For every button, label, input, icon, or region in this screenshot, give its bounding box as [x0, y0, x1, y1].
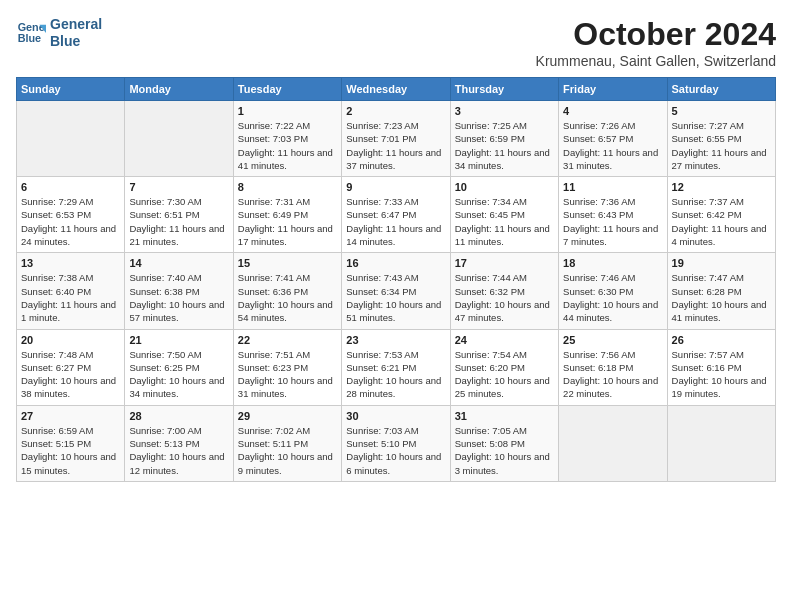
calendar-cell: 19Sunrise: 7:47 AM Sunset: 6:28 PM Dayli…	[667, 253, 775, 329]
calendar-cell: 9Sunrise: 7:33 AM Sunset: 6:47 PM Daylig…	[342, 177, 450, 253]
calendar-table: SundayMondayTuesdayWednesdayThursdayFrid…	[16, 77, 776, 482]
day-number: 24	[455, 334, 554, 346]
calendar-cell: 2Sunrise: 7:23 AM Sunset: 7:01 PM Daylig…	[342, 101, 450, 177]
day-number: 2	[346, 105, 445, 117]
weekday-header-row: SundayMondayTuesdayWednesdayThursdayFrid…	[17, 78, 776, 101]
day-number: 10	[455, 181, 554, 193]
calendar-cell	[667, 405, 775, 481]
day-info: Sunrise: 7:05 AM Sunset: 5:08 PM Dayligh…	[455, 424, 554, 477]
day-number: 29	[238, 410, 337, 422]
day-info: Sunrise: 7:44 AM Sunset: 6:32 PM Dayligh…	[455, 271, 554, 324]
day-number: 15	[238, 257, 337, 269]
calendar-cell: 6Sunrise: 7:29 AM Sunset: 6:53 PM Daylig…	[17, 177, 125, 253]
day-info: Sunrise: 7:23 AM Sunset: 7:01 PM Dayligh…	[346, 119, 445, 172]
day-number: 4	[563, 105, 662, 117]
day-number: 11	[563, 181, 662, 193]
day-number: 14	[129, 257, 228, 269]
day-info: Sunrise: 7:47 AM Sunset: 6:28 PM Dayligh…	[672, 271, 771, 324]
day-info: Sunrise: 7:56 AM Sunset: 6:18 PM Dayligh…	[563, 348, 662, 401]
calendar-cell: 28Sunrise: 7:00 AM Sunset: 5:13 PM Dayli…	[125, 405, 233, 481]
calendar-row: 13Sunrise: 7:38 AM Sunset: 6:40 PM Dayli…	[17, 253, 776, 329]
day-number: 17	[455, 257, 554, 269]
calendar-row: 1Sunrise: 7:22 AM Sunset: 7:03 PM Daylig…	[17, 101, 776, 177]
title-block: October 2024 Krummenau, Saint Gallen, Sw…	[536, 16, 776, 69]
location-title: Krummenau, Saint Gallen, Switzerland	[536, 53, 776, 69]
weekday-header-cell: Sunday	[17, 78, 125, 101]
day-number: 27	[21, 410, 120, 422]
weekday-header-cell: Thursday	[450, 78, 558, 101]
weekday-header-cell: Tuesday	[233, 78, 341, 101]
calendar-cell: 1Sunrise: 7:22 AM Sunset: 7:03 PM Daylig…	[233, 101, 341, 177]
calendar-row: 20Sunrise: 7:48 AM Sunset: 6:27 PM Dayli…	[17, 329, 776, 405]
calendar-cell	[17, 101, 125, 177]
day-info: Sunrise: 7:53 AM Sunset: 6:21 PM Dayligh…	[346, 348, 445, 401]
day-number: 16	[346, 257, 445, 269]
day-info: Sunrise: 7:43 AM Sunset: 6:34 PM Dayligh…	[346, 271, 445, 324]
logo-icon: General Blue	[16, 18, 46, 48]
calendar-cell: 17Sunrise: 7:44 AM Sunset: 6:32 PM Dayli…	[450, 253, 558, 329]
logo: General Blue General Blue	[16, 16, 102, 50]
calendar-cell: 4Sunrise: 7:26 AM Sunset: 6:57 PM Daylig…	[559, 101, 667, 177]
day-number: 13	[21, 257, 120, 269]
day-info: Sunrise: 7:26 AM Sunset: 6:57 PM Dayligh…	[563, 119, 662, 172]
day-number: 12	[672, 181, 771, 193]
calendar-cell: 26Sunrise: 7:57 AM Sunset: 6:16 PM Dayli…	[667, 329, 775, 405]
calendar-cell: 8Sunrise: 7:31 AM Sunset: 6:49 PM Daylig…	[233, 177, 341, 253]
day-info: Sunrise: 7:29 AM Sunset: 6:53 PM Dayligh…	[21, 195, 120, 248]
day-number: 22	[238, 334, 337, 346]
day-number: 30	[346, 410, 445, 422]
day-number: 25	[563, 334, 662, 346]
calendar-cell: 25Sunrise: 7:56 AM Sunset: 6:18 PM Dayli…	[559, 329, 667, 405]
calendar-cell: 10Sunrise: 7:34 AM Sunset: 6:45 PM Dayli…	[450, 177, 558, 253]
day-info: Sunrise: 7:31 AM Sunset: 6:49 PM Dayligh…	[238, 195, 337, 248]
day-number: 19	[672, 257, 771, 269]
page-header: General Blue General Blue October 2024 K…	[16, 16, 776, 69]
day-info: Sunrise: 7:33 AM Sunset: 6:47 PM Dayligh…	[346, 195, 445, 248]
calendar-cell: 11Sunrise: 7:36 AM Sunset: 6:43 PM Dayli…	[559, 177, 667, 253]
calendar-cell: 20Sunrise: 7:48 AM Sunset: 6:27 PM Dayli…	[17, 329, 125, 405]
day-number: 3	[455, 105, 554, 117]
day-info: Sunrise: 7:03 AM Sunset: 5:10 PM Dayligh…	[346, 424, 445, 477]
calendar-cell: 14Sunrise: 7:40 AM Sunset: 6:38 PM Dayli…	[125, 253, 233, 329]
day-info: Sunrise: 7:51 AM Sunset: 6:23 PM Dayligh…	[238, 348, 337, 401]
calendar-cell: 3Sunrise: 7:25 AM Sunset: 6:59 PM Daylig…	[450, 101, 558, 177]
day-info: Sunrise: 7:22 AM Sunset: 7:03 PM Dayligh…	[238, 119, 337, 172]
calendar-body: 1Sunrise: 7:22 AM Sunset: 7:03 PM Daylig…	[17, 101, 776, 482]
day-info: Sunrise: 7:57 AM Sunset: 6:16 PM Dayligh…	[672, 348, 771, 401]
logo-text: General Blue	[50, 16, 102, 50]
day-info: Sunrise: 7:27 AM Sunset: 6:55 PM Dayligh…	[672, 119, 771, 172]
calendar-cell	[125, 101, 233, 177]
calendar-cell: 13Sunrise: 7:38 AM Sunset: 6:40 PM Dayli…	[17, 253, 125, 329]
day-info: Sunrise: 7:40 AM Sunset: 6:38 PM Dayligh…	[129, 271, 228, 324]
calendar-cell: 27Sunrise: 6:59 AM Sunset: 5:15 PM Dayli…	[17, 405, 125, 481]
day-info: Sunrise: 7:38 AM Sunset: 6:40 PM Dayligh…	[21, 271, 120, 324]
svg-text:Blue: Blue	[18, 32, 41, 44]
calendar-cell: 22Sunrise: 7:51 AM Sunset: 6:23 PM Dayli…	[233, 329, 341, 405]
day-number: 7	[129, 181, 228, 193]
calendar-cell: 31Sunrise: 7:05 AM Sunset: 5:08 PM Dayli…	[450, 405, 558, 481]
calendar-cell: 7Sunrise: 7:30 AM Sunset: 6:51 PM Daylig…	[125, 177, 233, 253]
day-info: Sunrise: 7:25 AM Sunset: 6:59 PM Dayligh…	[455, 119, 554, 172]
day-info: Sunrise: 7:02 AM Sunset: 5:11 PM Dayligh…	[238, 424, 337, 477]
calendar-cell: 30Sunrise: 7:03 AM Sunset: 5:10 PM Dayli…	[342, 405, 450, 481]
day-info: Sunrise: 7:37 AM Sunset: 6:42 PM Dayligh…	[672, 195, 771, 248]
day-info: Sunrise: 7:30 AM Sunset: 6:51 PM Dayligh…	[129, 195, 228, 248]
day-info: Sunrise: 7:36 AM Sunset: 6:43 PM Dayligh…	[563, 195, 662, 248]
calendar-cell	[559, 405, 667, 481]
day-info: Sunrise: 7:48 AM Sunset: 6:27 PM Dayligh…	[21, 348, 120, 401]
weekday-header-cell: Friday	[559, 78, 667, 101]
day-info: Sunrise: 6:59 AM Sunset: 5:15 PM Dayligh…	[21, 424, 120, 477]
calendar-cell: 12Sunrise: 7:37 AM Sunset: 6:42 PM Dayli…	[667, 177, 775, 253]
day-number: 18	[563, 257, 662, 269]
day-info: Sunrise: 7:00 AM Sunset: 5:13 PM Dayligh…	[129, 424, 228, 477]
calendar-cell: 18Sunrise: 7:46 AM Sunset: 6:30 PM Dayli…	[559, 253, 667, 329]
calendar-cell: 5Sunrise: 7:27 AM Sunset: 6:55 PM Daylig…	[667, 101, 775, 177]
day-number: 8	[238, 181, 337, 193]
calendar-cell: 16Sunrise: 7:43 AM Sunset: 6:34 PM Dayli…	[342, 253, 450, 329]
day-number: 21	[129, 334, 228, 346]
day-info: Sunrise: 7:54 AM Sunset: 6:20 PM Dayligh…	[455, 348, 554, 401]
day-info: Sunrise: 7:50 AM Sunset: 6:25 PM Dayligh…	[129, 348, 228, 401]
day-number: 26	[672, 334, 771, 346]
day-number: 9	[346, 181, 445, 193]
day-number: 28	[129, 410, 228, 422]
